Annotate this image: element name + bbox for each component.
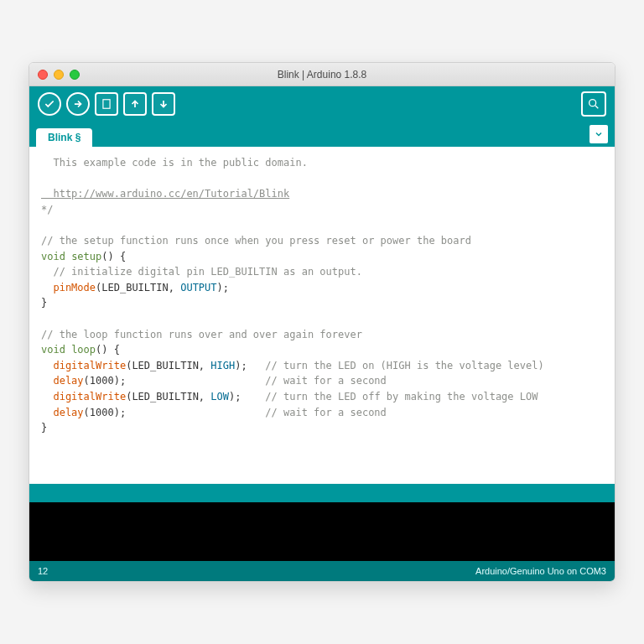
- code-line: // the setup function runs once when you…: [41, 235, 471, 247]
- upload-button[interactable]: [66, 92, 90, 116]
- chevron-down-icon: [594, 129, 604, 139]
- save-sketch-button[interactable]: [152, 92, 175, 116]
- code-line: // the loop function runs over and over …: [41, 329, 362, 340]
- console-output[interactable]: [29, 502, 615, 561]
- code-call: digitalWrite: [41, 391, 126, 402]
- arrow-down-icon: [158, 98, 169, 110]
- code-const: LOW: [210, 391, 229, 402]
- code-args: (LED_BUILTIN,: [96, 282, 180, 293]
- tab-bar: Blink §: [29, 122, 615, 147]
- verify-button[interactable]: [38, 92, 61, 116]
- code-const: OUTPUT: [180, 282, 216, 293]
- tab-label: Blink §: [48, 132, 80, 143]
- code-comment: // wait for a second: [126, 375, 387, 387]
- code-punct: );: [229, 391, 241, 402]
- file-icon: [101, 98, 112, 110]
- zoom-icon[interactable]: [70, 70, 80, 80]
- code-call: pinMode: [41, 282, 96, 293]
- code-call: delay: [41, 375, 84, 387]
- code-line: }: [41, 297, 47, 309]
- code-call: digitalWrite: [41, 360, 126, 371]
- svg-point-1: [589, 100, 596, 106]
- code-const: HIGH: [210, 360, 235, 371]
- tab-menu-button[interactable]: [589, 125, 608, 143]
- toolbar: [29, 86, 615, 122]
- close-icon[interactable]: [38, 70, 48, 80]
- code-line: // initialize digital pin LED_BUILTIN as…: [41, 266, 362, 278]
- code-args: (1000);: [84, 407, 127, 418]
- code-comment: // turn the LED off by making the voltag…: [241, 391, 538, 402]
- code-line: */: [41, 204, 53, 216]
- code-punct: () {: [96, 344, 120, 356]
- code-args: (1000);: [84, 375, 127, 387]
- code-punct: );: [235, 360, 247, 371]
- code-args: (LED_BUILTIN,: [126, 360, 210, 371]
- open-sketch-button[interactable]: [123, 92, 147, 116]
- status-bar: [29, 484, 615, 502]
- code-keyword: void: [41, 344, 65, 356]
- code-call: delay: [41, 407, 84, 418]
- window-controls: [38, 70, 80, 80]
- window-title: Blink | Arduino 1.8.8: [29, 69, 615, 80]
- code-line: This example code is in the public domai…: [41, 157, 308, 169]
- arrow-right-icon: [72, 98, 84, 110]
- code-comment: // wait for a second: [126, 407, 387, 418]
- code-punct: );: [217, 282, 229, 293]
- code-comment: // turn the LED on (HIGH is the voltage …: [247, 360, 544, 371]
- code-keyword: void: [41, 251, 65, 262]
- code-args: (LED_BUILTIN,: [126, 391, 210, 402]
- code-fn: setup: [65, 251, 101, 262]
- new-sketch-button[interactable]: [95, 92, 118, 116]
- magnifier-icon: [587, 97, 600, 111]
- line-number: 12: [38, 566, 48, 576]
- minimize-icon[interactable]: [54, 70, 64, 80]
- code-line: }: [41, 422, 47, 434]
- code-line: http://www.arduino.cc/en/Tutorial/Blink: [41, 188, 289, 200]
- footer-bar: 12 Arduino/Genuino Uno on COM3: [29, 561, 615, 581]
- svg-rect-0: [103, 100, 110, 109]
- check-icon: [44, 98, 55, 110]
- code-editor[interactable]: This example code is in the public domai…: [29, 147, 615, 484]
- serial-monitor-button[interactable]: [581, 91, 606, 117]
- app-window: Blink | Arduino 1.8.8 Blink § This exa: [29, 62, 615, 582]
- tab-blink[interactable]: Blink §: [36, 128, 92, 147]
- code-punct: () {: [101, 251, 126, 262]
- arrow-up-icon: [129, 98, 141, 110]
- code-fn: loop: [65, 344, 96, 356]
- titlebar: Blink | Arduino 1.8.8: [29, 63, 615, 86]
- board-info: Arduino/Genuino Uno on COM3: [475, 566, 606, 576]
